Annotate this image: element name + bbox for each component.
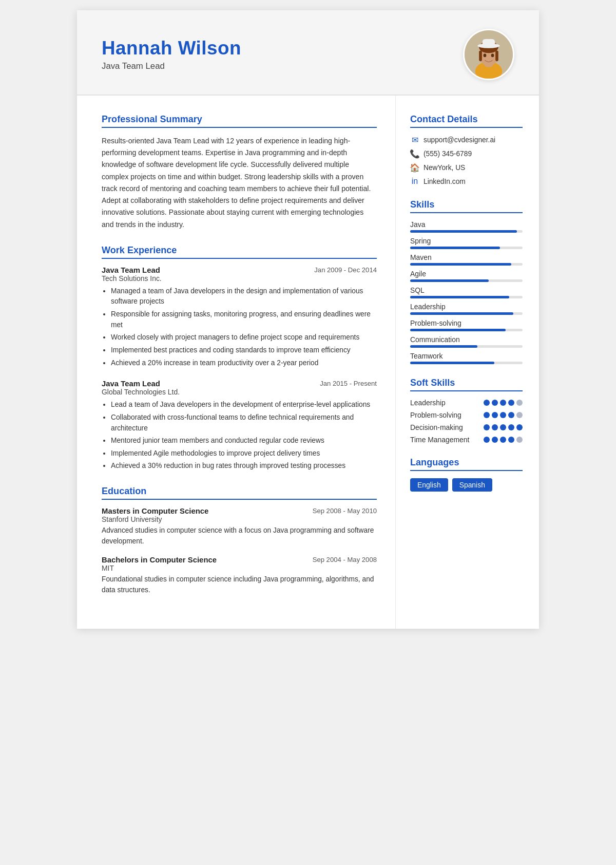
dots-0 <box>484 400 523 406</box>
skill-row-5: Leadership <box>410 303 523 315</box>
skill-row-3: Agile <box>410 270 523 282</box>
skill-row-1: Spring <box>410 237 523 249</box>
job-bullet-0-3: Implemented best practices and coding st… <box>111 345 377 356</box>
dot-1-0 <box>484 412 490 418</box>
soft-skill-name-2: Decision-making <box>410 423 463 431</box>
location-icon: 🏠 <box>410 163 419 172</box>
soft-skill-row-0: Leadership <box>410 399 523 407</box>
skill-bar-fill-6 <box>410 329 506 331</box>
resume-body: Professional Summary Results-oriented Ja… <box>77 96 539 629</box>
edu-header-1: Bachelors in Computer Science Sep 2004 -… <box>102 556 377 564</box>
language-badge-1: Spanish <box>452 478 492 492</box>
dots-3 <box>484 437 523 443</box>
soft-skill-row-1: Problem-solving <box>410 411 523 419</box>
dot-3-4 <box>516 437 523 443</box>
job-bullet-0-4: Achieved a 20% increase in team producti… <box>111 358 377 369</box>
email-value: support@cvdesigner.ai <box>424 136 495 144</box>
contact-title: Contact Details <box>410 114 523 128</box>
dot-0-2 <box>500 400 506 406</box>
svg-rect-8 <box>483 39 495 46</box>
contact-section: Contact Details ✉ support@cvdesigner.ai … <box>410 114 523 186</box>
dot-0-0 <box>484 400 490 406</box>
job-bullet-1-1: Collaborated with cross-functional teams… <box>111 412 377 434</box>
edu-desc-1: Foundational studies in computer science… <box>102 574 377 595</box>
soft-skills-list: Leadership Problem-solving Decision-maki… <box>410 399 523 444</box>
contact-email: ✉ support@cvdesigner.ai <box>410 135 523 144</box>
job-bullet-1-0: Lead a team of Java developers in the de… <box>111 400 377 410</box>
skill-bar-bg-8 <box>410 362 523 364</box>
svg-rect-5 <box>479 50 482 61</box>
skill-row-6: Problem-solving <box>410 319 523 331</box>
job-entry-0: Java Team Lead Jan 2009 - Dec 2014 Tech … <box>102 266 377 368</box>
soft-skill-name-3: Time Management <box>410 436 469 444</box>
skill-bar-bg-6 <box>410 329 523 331</box>
skill-name-3: Agile <box>410 270 523 278</box>
education-section: Education Masters in Computer Science Se… <box>102 486 377 596</box>
skill-name-0: Java <box>410 220 523 229</box>
job-bullet-0-1: Responsible for assigning tasks, monitor… <box>111 309 377 330</box>
location-value: NewYork, US <box>424 164 465 172</box>
dot-2-2 <box>500 424 506 430</box>
edu-desc-0: Advanced studies in computer science wit… <box>102 525 377 547</box>
skill-bar-fill-4 <box>410 296 509 298</box>
language-badge-0: English <box>410 478 448 492</box>
dot-0-3 <box>508 400 514 406</box>
jobs-list: Java Team Lead Jan 2009 - Dec 2014 Tech … <box>102 266 377 472</box>
skill-bar-fill-0 <box>410 230 517 233</box>
soft-skills-section: Soft Skills Leadership Problem-solving D… <box>410 378 523 444</box>
avatar <box>463 29 514 80</box>
job-title-0: Java Team Lead <box>102 266 160 274</box>
linkedin-value: LinkedIn.com <box>424 178 466 185</box>
dot-0-4 <box>516 400 523 406</box>
job-bullets-1: Lead a team of Java developers in the de… <box>102 400 377 472</box>
skill-row-7: Communication <box>410 335 523 348</box>
dot-2-3 <box>508 424 514 430</box>
edu-date-1: Sep 2004 - May 2008 <box>313 556 377 563</box>
job-bullet-0-0: Managed a team of Java developers in the… <box>111 286 377 307</box>
education-title: Education <box>102 486 377 500</box>
svg-point-9 <box>484 54 487 58</box>
languages-list: EnglishSpanish <box>410 478 523 492</box>
skill-name-4: SQL <box>410 286 523 294</box>
skills-list: Java Spring Maven Agile SQL Le <box>410 220 523 364</box>
soft-skill-row-2: Decision-making <box>410 423 523 431</box>
resume-wrapper: Hannah Wilson Java Team Lead <box>77 10 539 629</box>
dot-2-1 <box>492 424 498 430</box>
skill-row-8: Teamwork <box>410 352 523 364</box>
dot-3-3 <box>508 437 514 443</box>
summary-section: Professional Summary Results-oriented Ja… <box>102 114 377 231</box>
job-bullet-1-3: Implemented Agile methodologies to impro… <box>111 448 377 459</box>
skill-name-7: Communication <box>410 335 523 344</box>
skills-section: Skills Java Spring Maven Agile SQL <box>410 199 523 364</box>
skill-name-5: Leadership <box>410 303 523 311</box>
job-bullet-1-2: Mentored junior team members and conduct… <box>111 436 377 446</box>
skills-title: Skills <box>410 199 523 213</box>
dots-2 <box>484 424 523 430</box>
contact-location: 🏠 NewYork, US <box>410 163 523 172</box>
contact-phone: 📞 (555) 345-6789 <box>410 149 523 158</box>
work-experience-title: Work Experience <box>102 245 377 259</box>
skill-bar-bg-1 <box>410 247 523 249</box>
svg-point-10 <box>491 54 494 58</box>
dot-3-0 <box>484 437 490 443</box>
phone-icon: 📞 <box>410 149 419 158</box>
skill-bar-fill-8 <box>410 362 494 364</box>
work-experience-section: Work Experience Java Team Lead Jan 2009 … <box>102 245 377 472</box>
dot-1-1 <box>492 412 498 418</box>
skill-bar-bg-3 <box>410 279 523 282</box>
edu-date-0: Sep 2008 - May 2010 <box>313 507 377 515</box>
dot-0-1 <box>492 400 498 406</box>
skill-bar-bg-4 <box>410 296 523 298</box>
candidate-name: Hannah Wilson <box>102 37 241 59</box>
email-icon: ✉ <box>410 135 419 144</box>
edu-entry-1: Bachelors in Computer Science Sep 2004 -… <box>102 556 377 595</box>
job-company-1: Global Technologies Ltd. <box>102 388 377 396</box>
soft-skills-title: Soft Skills <box>410 378 523 391</box>
skill-bar-fill-2 <box>410 263 511 266</box>
skill-bar-bg-2 <box>410 263 523 266</box>
languages-section: Languages EnglishSpanish <box>410 457 523 492</box>
left-column: Professional Summary Results-oriented Ja… <box>77 96 395 629</box>
resume-header: Hannah Wilson Java Team Lead <box>77 10 539 96</box>
phone-value: (555) 345-6789 <box>424 150 472 158</box>
dot-2-0 <box>484 424 490 430</box>
